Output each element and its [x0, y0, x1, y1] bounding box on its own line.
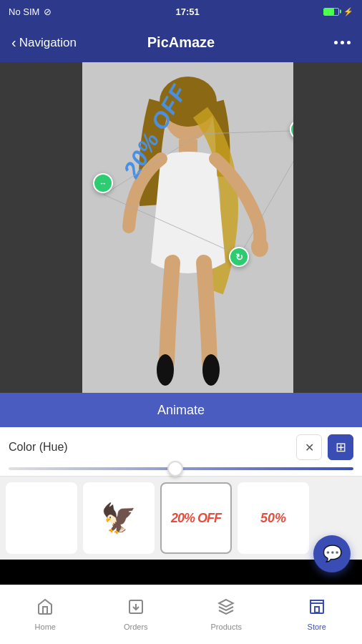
- clear-button[interactable]: ✕: [296, 434, 322, 460]
- back-chevron-icon: ‹: [11, 34, 16, 51]
- chat-button[interactable]: 💬: [313, 535, 351, 572]
- sticker-row: 🦅 20% OFF 50%: [0, 477, 362, 560]
- clear-icon: ✕: [305, 441, 314, 454]
- orders-icon: [127, 598, 145, 620]
- sticker-item-50[interactable]: 50%: [238, 482, 309, 554]
- dot-icon: [341, 41, 344, 44]
- time-label: 17:51: [176, 6, 200, 17]
- nav-home[interactable]: Home: [0, 585, 91, 644]
- slider-thumb[interactable]: [167, 461, 183, 477]
- battery-icon: [323, 8, 339, 16]
- animate-label: Animate: [157, 403, 205, 418]
- svg-point-4: [251, 237, 268, 257]
- back-button[interactable]: ‹ Navigation: [11, 34, 77, 51]
- svg-rect-14: [315, 607, 319, 613]
- wifi-icon: ⊘: [44, 6, 52, 17]
- status-left: No SIM ⊘: [9, 6, 52, 17]
- animate-button[interactable]: Animate: [0, 393, 362, 427]
- svg-point-6: [202, 354, 220, 386]
- dot-icon: [334, 41, 338, 44]
- nav-orders[interactable]: Orders: [91, 585, 182, 644]
- slider-track[interactable]: [9, 467, 353, 470]
- dot-icon: [347, 41, 351, 44]
- home-icon: [36, 598, 54, 620]
- back-label: Navigation: [19, 36, 77, 50]
- products-label: Products: [211, 623, 242, 631]
- status-right: ⚡: [323, 7, 353, 16]
- rotate-icon: ↻: [235, 252, 243, 263]
- sticker-item-bird[interactable]: 🦅: [83, 482, 155, 554]
- layer-icon: ⊞: [336, 439, 346, 455]
- nav-store[interactable]: Store: [272, 585, 363, 644]
- header: ‹ Navigation PicAmaze: [0, 23, 362, 62]
- bird-icon: 🦅: [101, 502, 137, 535]
- status-bar: No SIM ⊘ 17:51 ⚡: [0, 0, 362, 23]
- home-label: Home: [35, 623, 56, 631]
- carrier-label: No SIM: [9, 6, 39, 17]
- store-icon: [308, 598, 326, 620]
- sticker-item-empty[interactable]: [6, 482, 77, 554]
- sticker-20off-text: 20% OFF: [171, 511, 221, 526]
- svg-marker-13: [219, 600, 233, 607]
- more-button[interactable]: [334, 41, 351, 44]
- rotate-handle[interactable]: ↻: [229, 247, 249, 267]
- canvas-area[interactable]: 20% OFF ↔ ↔ ↻: [0, 62, 362, 393]
- image-background: [82, 62, 293, 393]
- hue-slider[interactable]: [9, 467, 353, 470]
- color-label: Color (Hue): [9, 441, 68, 454]
- products-icon: [217, 598, 235, 620]
- sticker-item-20off[interactable]: 20% OFF: [160, 482, 232, 554]
- resize-handle-left[interactable]: ↔: [93, 173, 113, 193]
- charging-icon: ⚡: [343, 7, 353, 16]
- color-actions: ✕ ⊞: [296, 434, 353, 460]
- resize-icon: ↔: [99, 179, 107, 187]
- sticker-50-text: 50%: [260, 511, 286, 526]
- nav-products[interactable]: Products: [181, 585, 272, 644]
- person-figure: [82, 62, 293, 393]
- layer-button[interactable]: ⊞: [328, 434, 353, 460]
- chat-icon: 💬: [323, 545, 342, 563]
- canvas-image[interactable]: 20% OFF ↔ ↔ ↻: [82, 62, 293, 393]
- store-label: Store: [308, 623, 326, 631]
- bottom-nav: Home Orders Products: [0, 585, 362, 644]
- color-header: Color (Hue) ✕ ⊞: [9, 434, 353, 460]
- page-title: PicAmaze: [147, 34, 215, 51]
- color-control: Color (Hue) ✕ ⊞: [0, 427, 362, 477]
- orders-label: Orders: [124, 623, 148, 631]
- svg-point-5: [157, 354, 174, 386]
